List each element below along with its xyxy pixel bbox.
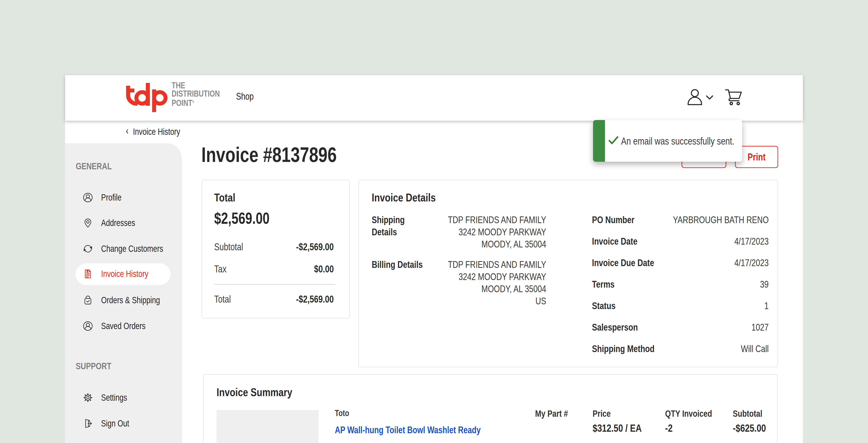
svg-text:$: $ [87,270,88,273]
